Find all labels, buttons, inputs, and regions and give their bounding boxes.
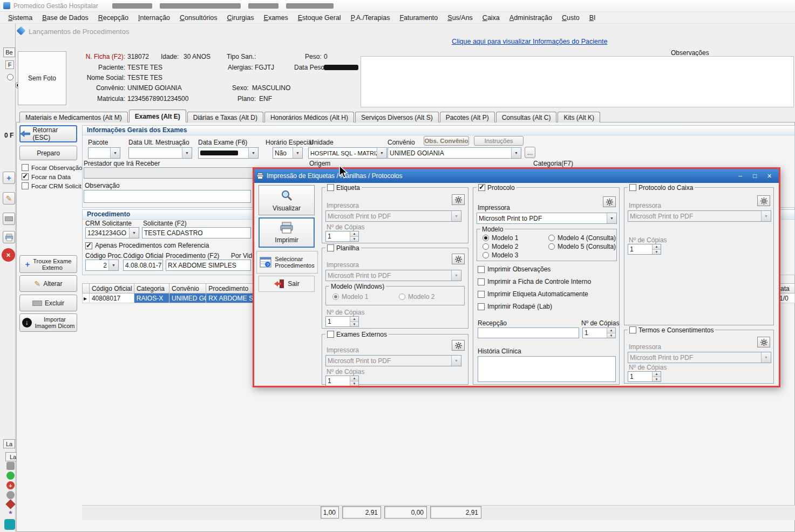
tab-materiais[interactable]: Materiais e Medicamentos (Alt M) bbox=[19, 112, 128, 122]
background-add-button[interactable]: + bbox=[3, 172, 15, 184]
background-erase-button[interactable] bbox=[3, 213, 15, 225]
background-icon[interactable] bbox=[4, 519, 15, 530]
menu-administracao[interactable]: Administração bbox=[505, 12, 557, 23]
solicitante-input[interactable]: TESTE CADASTRO bbox=[142, 227, 251, 238]
historia-clinica-textarea[interactable] bbox=[478, 356, 616, 382]
protocolo-printer-combo[interactable]: Microsoft Print to PDF▼ bbox=[477, 213, 617, 224]
spinner-up-button[interactable]: ▲ bbox=[607, 328, 615, 333]
protocolo-modelo1-radio[interactable] bbox=[483, 235, 489, 241]
menu-pa-terapias[interactable]: P.A./Terapias bbox=[346, 12, 395, 23]
etiqueta-gear-button[interactable] bbox=[452, 194, 465, 205]
chevron-down-icon[interactable]: ▼ bbox=[182, 148, 192, 158]
background-icon[interactable]: + bbox=[6, 481, 15, 489]
excluir-button[interactable]: Excluir bbox=[19, 295, 77, 311]
obs-convenio-button[interactable]: Obs. Convênio bbox=[424, 136, 469, 146]
imprimir-button[interactable]: Imprimir bbox=[259, 217, 315, 248]
background-radio[interactable] bbox=[7, 74, 13, 80]
menu-base-de-dados[interactable]: Base de Dados bbox=[37, 12, 93, 23]
spinner-down-button[interactable]: ▼ bbox=[653, 377, 661, 382]
imprimir-rodape-checkbox[interactable] bbox=[478, 303, 485, 310]
protocolo-modelo2-radio[interactable] bbox=[483, 243, 489, 250]
focar-observacao-checkbox[interactable] bbox=[22, 164, 29, 171]
planilha-copies-spinner[interactable]: 1 ▲▼ bbox=[325, 316, 359, 327]
spinner-up-button[interactable]: ▲ bbox=[653, 244, 661, 249]
data-ult-combo[interactable]: ▼ bbox=[128, 147, 192, 159]
importar-dicom-button[interactable]: ↓ Importar Imagem Dicom bbox=[19, 313, 77, 332]
unidade-combo[interactable]: HOSPITAL SQL - MATRIZ▼ bbox=[308, 147, 387, 159]
menu-exames[interactable]: Exames bbox=[259, 12, 293, 23]
close-button[interactable]: × bbox=[762, 170, 777, 181]
protocolo-modelo5-radio[interactable] bbox=[548, 243, 555, 250]
visualizar-button[interactable]: Visualizar bbox=[259, 185, 315, 215]
planilha-gear-button[interactable] bbox=[452, 254, 465, 264]
referencia-checkbox[interactable] bbox=[85, 242, 92, 249]
selecionar-procedimentos-button[interactable]: ? Selecionar Procedimentos bbox=[256, 251, 318, 274]
background-icon[interactable] bbox=[6, 462, 15, 470]
focar-na-data-checkbox[interactable] bbox=[22, 173, 29, 180]
table-header-convenio[interactable]: Convênio bbox=[169, 283, 206, 294]
menu-estoque-geral[interactable]: Estoque Geral bbox=[293, 12, 346, 23]
spinner-up-button[interactable]: ▲ bbox=[653, 372, 661, 377]
procedimento-input[interactable]: RX ABDOME SIMPLES bbox=[166, 260, 251, 271]
planilha-modelo1-radio[interactable] bbox=[332, 294, 339, 300]
focar-crm-checkbox[interactable] bbox=[22, 182, 29, 189]
chevron-down-icon[interactable]: ▼ bbox=[110, 148, 120, 158]
preparo-button[interactable]: Preparo bbox=[19, 146, 77, 160]
menu-internacao[interactable]: Internação bbox=[133, 12, 175, 23]
termos-checkbox[interactable] bbox=[629, 326, 636, 333]
protocolo-gear-button[interactable] bbox=[603, 196, 616, 207]
spinner-up-button[interactable]: ▲ bbox=[350, 317, 358, 322]
tab-pacotes[interactable]: Pacotes (Alt P) bbox=[440, 112, 495, 122]
recepcao-input[interactable] bbox=[478, 328, 579, 338]
chevron-down-icon[interactable]: ▼ bbox=[129, 228, 139, 238]
background-cancel-button[interactable]: × bbox=[2, 248, 15, 262]
table-header-codigo-oficial[interactable]: Código Oficial bbox=[90, 283, 134, 294]
horario-especial-combo[interactable]: Não▼ bbox=[273, 147, 303, 159]
codigo-oficial-input[interactable]: 4.08.08.01-7 bbox=[123, 260, 163, 271]
menu-caixa[interactable]: Caixa bbox=[478, 12, 505, 23]
spinner-down-button[interactable]: ▼ bbox=[350, 381, 358, 386]
planilha-modelo2-radio[interactable] bbox=[399, 294, 405, 300]
chevron-down-icon[interactable]: ▼ bbox=[248, 148, 258, 158]
protocolo-caixa-checkbox[interactable] bbox=[629, 184, 636, 191]
menu-recepcao[interactable]: Recepção bbox=[93, 12, 133, 23]
maximize-button[interactable]: □ bbox=[748, 170, 762, 181]
imprimir-etiqueta-checkbox[interactable] bbox=[478, 291, 485, 298]
observacao-input[interactable] bbox=[84, 190, 251, 203]
protocolo-caixa-gear-button[interactable] bbox=[757, 195, 770, 206]
minimize-button[interactable]: – bbox=[733, 170, 748, 181]
cell-categoria[interactable]: RAIOS-X bbox=[134, 294, 169, 303]
background-icon[interactable] bbox=[6, 491, 15, 499]
spinner-up-button[interactable]: ▲ bbox=[350, 231, 358, 236]
background-print-button[interactable] bbox=[3, 231, 15, 243]
termos-copies-spinner[interactable]: 1 ▲▼ bbox=[628, 371, 661, 382]
chevron-down-icon[interactable]: ▼ bbox=[293, 148, 302, 158]
convenio-combo[interactable]: UNIMED GOIANIA▼ bbox=[388, 147, 521, 159]
convenio-browse-button[interactable]: ... bbox=[525, 147, 535, 158]
protocolo-copies-spinner[interactable]: 1 ▲▼ bbox=[582, 328, 616, 338]
background-icon[interactable]: * bbox=[6, 509, 15, 517]
menu-custo[interactable]: Custo bbox=[557, 12, 585, 23]
crm-combo[interactable]: 12341234GO▼ bbox=[85, 227, 139, 238]
exames-externos-copies-spinner[interactable]: 1 ▲▼ bbox=[325, 376, 359, 386]
dialog-titlebar[interactable]: Impressão de Etiquetas / Planilhas / Pro… bbox=[254, 169, 779, 183]
table-header-marker[interactable] bbox=[82, 283, 90, 294]
etiqueta-copies-spinner[interactable]: 1 ▲▼ bbox=[325, 231, 359, 242]
retornar-button[interactable]: Retornar (ESC) bbox=[19, 125, 77, 142]
menu-sus-ans[interactable]: Sus/Ans bbox=[443, 12, 478, 23]
chevron-down-icon[interactable]: ▼ bbox=[377, 148, 386, 158]
data-exame-combo[interactable]: ▼ bbox=[198, 147, 259, 159]
imprimir-ficha-checkbox[interactable] bbox=[478, 278, 485, 285]
tab-exames[interactable]: Exames (Alt E) bbox=[129, 110, 186, 122]
menu-sistema[interactable]: Sistema bbox=[3, 12, 37, 23]
sair-button[interactable]: Sair bbox=[259, 276, 315, 292]
instrucoes-button[interactable]: Instruções bbox=[474, 136, 524, 146]
menu-faturamento[interactable]: Faturamento bbox=[395, 12, 443, 23]
spinner-down-button[interactable]: ▼ bbox=[607, 333, 615, 338]
tab-diarias[interactable]: Diárias e Taxas (Alt D) bbox=[187, 112, 263, 122]
termos-gear-button[interactable] bbox=[757, 337, 770, 347]
protocolo-modelo4-radio[interactable] bbox=[548, 235, 555, 241]
patient-info-link[interactable]: Clique aqui para visualizar Informações … bbox=[452, 38, 607, 45]
background-icon[interactable] bbox=[5, 499, 15, 509]
background-icon[interactable] bbox=[6, 472, 15, 480]
